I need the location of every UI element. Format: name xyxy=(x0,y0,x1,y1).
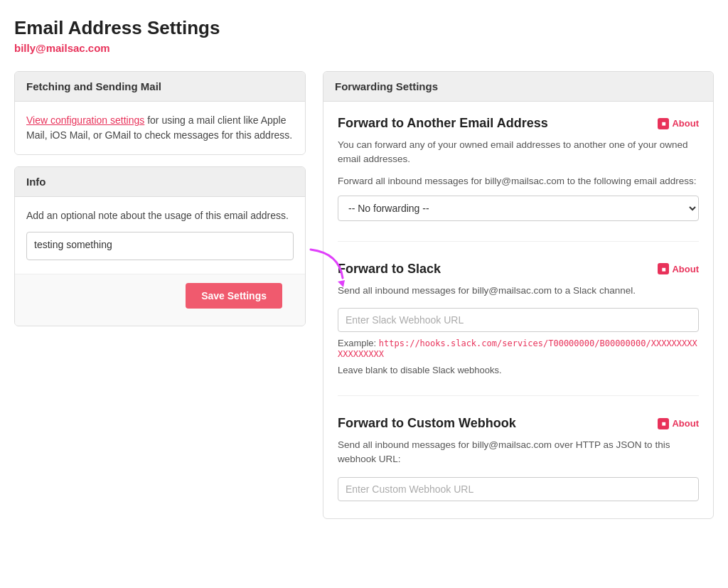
forwarding-card-body: Forward to Another Email Address ■ About… xyxy=(323,102,713,518)
forwarding-card: Forwarding Settings Forward to Another E… xyxy=(323,71,714,519)
page-title: Email Address Settings xyxy=(14,17,714,39)
main-layout: Fetching and Sending Mail View configura… xyxy=(14,71,714,519)
forward-webhook-title: Forward to Custom Webhook xyxy=(338,416,516,431)
info-card-body: Add an optional note about the usage of … xyxy=(15,197,305,274)
forward-email-about-link[interactable]: ■ About xyxy=(658,118,699,129)
slack-example-prefix: Example: xyxy=(338,338,379,348)
fetching-description: View configuration settings for using a … xyxy=(26,113,294,143)
slack-webhook-input[interactable] xyxy=(338,308,699,332)
email-address: billy@mailsac.com xyxy=(14,42,714,54)
fetching-card-body: View configuration settings for using a … xyxy=(15,102,305,154)
save-settings-button[interactable]: Save Settings xyxy=(186,283,282,309)
right-column: Forwarding Settings Forward to Another E… xyxy=(323,71,714,519)
forward-email-title: Forward to Another Email Address xyxy=(338,116,548,131)
fetching-card-header: Fetching and Sending Mail xyxy=(15,72,305,102)
forward-email-about-icon: ■ xyxy=(658,118,669,129)
info-card-header: Info xyxy=(15,167,305,197)
left-column: Fetching and Sending Mail View configura… xyxy=(14,71,306,326)
forward-slack-desc1: Send all inbound messages for billy@mail… xyxy=(338,284,699,298)
forward-webhook-title-row: Forward to Custom Webhook ■ About xyxy=(338,416,699,431)
forward-webhook-about-icon: ■ xyxy=(658,418,669,429)
view-config-link[interactable]: View configuration settings xyxy=(26,114,144,126)
forward-email-select[interactable]: -- No forwarding -- xyxy=(338,196,699,221)
forward-slack-about-icon: ■ xyxy=(658,263,669,274)
forward-email-title-row: Forward to Another Email Address ■ About xyxy=(338,116,699,131)
forward-email-desc2: Forward all inbound messages for billy@m… xyxy=(338,174,699,188)
forward-slack-about-label: About xyxy=(672,264,699,274)
forward-webhook-section: Forward to Custom Webhook ■ About Send a… xyxy=(338,416,699,501)
custom-webhook-input[interactable] xyxy=(338,477,699,501)
forward-webhook-about-label: About xyxy=(672,418,699,429)
forwarding-card-header: Forwarding Settings xyxy=(323,72,713,102)
slack-example-url: https://hooks.slack.com/services/T000000… xyxy=(338,338,697,359)
slack-example-text: Example: https://hooks.slack.com/service… xyxy=(338,338,699,359)
forward-slack-section: Forward to Slack ■ About Send all inboun… xyxy=(338,262,699,396)
forward-slack-title: Forward to Slack xyxy=(338,262,441,277)
forward-email-about-label: About xyxy=(672,118,699,129)
info-description: Add an optional note about the usage of … xyxy=(26,208,294,223)
info-card-footer: Save Settings xyxy=(15,274,305,326)
info-textarea[interactable]: testing something xyxy=(26,232,294,260)
info-card: Info Add an optional note about the usag… xyxy=(14,166,306,326)
slack-leave-blank: Leave blank to disable Slack webhooks. xyxy=(338,365,699,375)
forward-slack-title-row: Forward to Slack ■ About xyxy=(338,262,699,277)
fetching-card: Fetching and Sending Mail View configura… xyxy=(14,71,306,155)
forward-email-section: Forward to Another Email Address ■ About… xyxy=(338,116,699,242)
forward-email-desc1: You can forward any of your owned email … xyxy=(338,138,699,167)
forward-slack-about-link[interactable]: ■ About xyxy=(658,263,699,274)
forward-webhook-desc1: Send all inbound messages for billy@mail… xyxy=(338,438,699,467)
forward-webhook-about-link[interactable]: ■ About xyxy=(658,418,699,429)
